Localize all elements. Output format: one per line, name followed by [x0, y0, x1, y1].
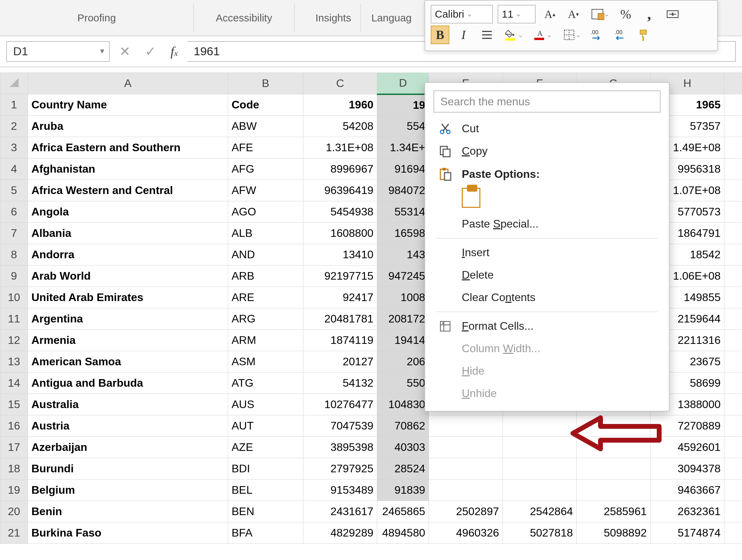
cell[interactable]: ASM [228, 351, 303, 373]
conditional-format-icon[interactable]: ⌵ [587, 5, 612, 23]
increase-font-icon[interactable]: A▴ [540, 5, 559, 23]
menu-item-cut[interactable]: Cut [429, 117, 665, 140]
cell[interactable]: 1.34E+ [377, 137, 429, 158]
cell[interactable]: AFW [228, 180, 303, 201]
fill-color-icon[interactable]: ⌵ [501, 26, 525, 44]
cell[interactable]: 92197715 [303, 265, 377, 287]
cell[interactable]: Burundi [28, 458, 228, 480]
cell[interactable] [724, 137, 742, 158]
chevron-down-icon[interactable]: ⌵ [577, 32, 580, 38]
cell[interactable] [503, 480, 577, 501]
menu-item-delete[interactable]: Delete [429, 264, 665, 286]
row-header[interactable]: 17 [0, 437, 28, 458]
cell[interactable] [724, 373, 742, 394]
cell[interactable]: 4894580 [377, 522, 429, 544]
cell[interactable]: Australia [28, 394, 228, 415]
row-header[interactable]: 2 [0, 116, 28, 137]
chevron-down-icon[interactable]: ⌵ [605, 11, 608, 18]
cell[interactable]: Angola [28, 201, 228, 223]
row-header[interactable]: 21 [0, 522, 28, 544]
cancel-formula-icon[interactable]: ✕ [119, 44, 130, 59]
cell[interactable]: 1008 [377, 287, 429, 308]
row-header[interactable]: 18 [0, 458, 28, 480]
cell[interactable] [724, 351, 742, 373]
cell[interactable]: Andorra [28, 244, 228, 265]
ribbon-group-proofing[interactable]: Proofing [0, 12, 193, 24]
cell[interactable]: AGO [228, 201, 303, 223]
cell[interactable]: ARM [228, 330, 303, 351]
cell[interactable]: 9153489 [303, 480, 377, 501]
cell[interactable]: 2465865 [377, 501, 429, 522]
cell[interactable]: 3094378 [651, 458, 724, 480]
row-header[interactable]: 3 [0, 137, 28, 158]
insert-function-icon[interactable]: fx [170, 44, 178, 59]
cell[interactable]: 91839 [377, 480, 429, 501]
cell[interactable]: 40303 [377, 437, 429, 458]
cell[interactable]: 54132 [303, 373, 377, 394]
cell[interactable] [503, 458, 577, 480]
cell[interactable]: 143 [377, 244, 429, 265]
cell[interactable]: Code [228, 94, 303, 116]
cell[interactable] [724, 244, 742, 265]
cell[interactable] [724, 116, 742, 137]
font-name-dropdown[interactable]: Calibri ⌵ [431, 5, 493, 23]
row-header[interactable]: 13 [0, 351, 28, 373]
decrease-font-icon[interactable]: A▾ [564, 5, 583, 23]
cell[interactable]: American Samoa [28, 351, 228, 373]
row-header[interactable]: 12 [0, 330, 28, 351]
col-header-extra[interactable] [724, 73, 742, 94]
cell[interactable] [724, 265, 742, 287]
cell[interactable]: 4960326 [429, 522, 503, 544]
cell[interactable]: Armenia [28, 330, 228, 351]
align-icon[interactable] [478, 26, 496, 44]
ribbon-group-accessibility[interactable]: Accessibility [194, 12, 294, 24]
cell[interactable]: 550 [377, 373, 429, 394]
cell[interactable]: AUS [228, 394, 303, 415]
cell[interactable]: Belgium [28, 480, 228, 501]
row-header[interactable]: 1 [0, 94, 28, 116]
menu-item-paste-special[interactable]: Paste Special... [429, 213, 665, 235]
row-header[interactable]: 6 [0, 201, 28, 223]
chevron-down-icon[interactable]: ▼ [99, 47, 106, 55]
cell[interactable]: BDI [228, 458, 303, 480]
decrease-decimal-icon[interactable]: .00 [612, 26, 630, 44]
cell[interactable]: 13410 [303, 244, 377, 265]
col-header-C[interactable]: C [303, 73, 377, 94]
cell[interactable]: 20127 [303, 351, 377, 373]
cell[interactable] [724, 437, 742, 458]
cell[interactable] [577, 480, 651, 501]
cell[interactable] [429, 458, 503, 480]
cell[interactable] [724, 201, 742, 223]
cell[interactable] [724, 330, 742, 351]
italic-button[interactable]: I [454, 26, 473, 44]
cell[interactable]: 4829289 [303, 522, 377, 544]
cell[interactable] [724, 458, 742, 480]
cell[interactable]: Azerbaijan [28, 437, 228, 458]
cell[interactable]: AUT [228, 415, 303, 437]
cell[interactable]: 5454938 [303, 201, 377, 223]
cell[interactable]: 984072 [377, 180, 429, 201]
chevron-down-icon[interactable]: ⌵ [517, 10, 520, 18]
row-header[interactable]: 11 [0, 308, 28, 330]
cell[interactable]: 104830 [377, 394, 429, 415]
row-header[interactable]: 4 [0, 158, 28, 180]
cell[interactable]: 2542864 [503, 501, 577, 522]
cell[interactable]: 28524 [377, 458, 429, 480]
cell[interactable] [724, 308, 742, 330]
cell[interactable] [724, 415, 742, 437]
cell[interactable] [503, 437, 577, 458]
merge-center-icon[interactable] [663, 5, 682, 23]
cell[interactable]: Argentina [28, 308, 228, 330]
row-header[interactable]: 19 [0, 480, 28, 501]
cell[interactable]: Antigua and Barbuda [28, 373, 228, 394]
menu-item-insert[interactable]: Insert [429, 241, 665, 264]
cell[interactable]: 7047539 [303, 415, 377, 437]
cell[interactable]: United Arab Emirates [28, 287, 228, 308]
chevron-down-icon[interactable]: ⌵ [519, 32, 522, 38]
cell[interactable]: Burkina Faso [28, 522, 228, 544]
cell[interactable]: Country Name [28, 94, 228, 116]
menu-item-format-cells[interactable]: Format Cells... [429, 315, 665, 337]
cell[interactable] [724, 480, 742, 501]
cell[interactable]: ATG [228, 373, 303, 394]
font-size-dropdown[interactable]: 11 ⌵ [498, 5, 536, 23]
